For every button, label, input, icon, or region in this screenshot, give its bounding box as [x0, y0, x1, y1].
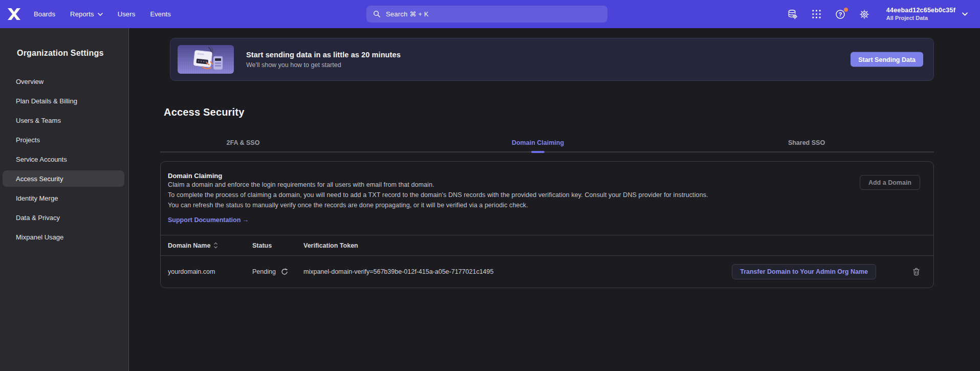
card-description-1: Claim a domain and enforce the login req… [168, 180, 926, 190]
onboarding-banner: Start sending data in as little as 20 mi… [170, 38, 934, 81]
trash-icon [912, 268, 920, 276]
sidebar-item-projects[interactable]: Projects [3, 132, 124, 148]
settings-button[interactable] [859, 9, 870, 19]
account-menu[interactable]: 44eebad12c65eb0c35f All Project Data [886, 7, 968, 21]
sidebar-title: Organization Settings [0, 49, 128, 58]
sidebar-item-data-privacy[interactable]: Data & Privacy [3, 209, 124, 226]
support-documentation-link[interactable]: Support Documentation → [168, 216, 249, 224]
tab-domain-claiming[interactable]: Domain Claiming [512, 139, 564, 146]
nav-item-reports[interactable]: Reports [70, 10, 103, 18]
column-header-status: Status [252, 242, 303, 249]
tab-2fa-sso[interactable]: 2FA & SSO [227, 139, 260, 146]
column-header-verification-token: Verification Token [303, 242, 727, 249]
refresh-status-button[interactable] [281, 268, 288, 275]
sidebar-item-identity-merge[interactable]: Identity Merge [3, 190, 124, 206]
getting-started-illustration [178, 45, 234, 74]
add-a-domain-button[interactable]: Add a Domain [860, 175, 920, 190]
column-header-domain-name[interactable]: Domain Name [168, 242, 252, 249]
search-icon [373, 10, 381, 18]
domain-claiming-card: Domain Claiming Add a Domain Claim a dom… [160, 161, 934, 288]
verification-token-cell: mixpanel-domain-verify=567b39be-012f-415… [303, 268, 727, 275]
search-input[interactable]: Search ⌘ + K [366, 6, 607, 23]
delete-domain-button[interactable] [912, 268, 920, 276]
banner-title: Start sending data in as little as 20 mi… [246, 51, 401, 59]
sidebar-item-mixpanel-usage[interactable]: Mixpanel Usage [3, 229, 124, 245]
sidebar-item-plan-details-billing[interactable]: Plan Details & Billing [3, 93, 124, 109]
sort-icon [213, 242, 218, 249]
app-shell: Organization Settings Overview Plan Deta… [0, 28, 980, 371]
sidebar-item-overview[interactable]: Overview [3, 73, 124, 90]
page-title: Access Security [164, 106, 934, 118]
settings-sidebar: Organization Settings Overview Plan Deta… [0, 28, 129, 371]
sidebar-item-users-teams[interactable]: Users & Teams [3, 112, 124, 128]
apps-grid-icon [812, 9, 821, 19]
table-header-row: Domain Name Status Verification Token [161, 235, 933, 256]
chevron-down-icon [98, 13, 103, 16]
start-sending-data-button[interactable]: Start Sending Data [851, 52, 923, 67]
transfer-domain-button[interactable]: Transfer Domain to Your Admin Org Name [732, 264, 876, 279]
mixpanel-logo[interactable] [7, 8, 21, 21]
org-id: 44eebad12c65eb0c35f [886, 7, 955, 14]
card-description-3: You can refresh the status to manually v… [168, 200, 926, 210]
primary-nav: Boards Reports Users Events [34, 10, 171, 18]
column-header-domain-name-label: Domain Name [168, 242, 210, 249]
card-title: Domain Claiming [168, 172, 926, 180]
domain-name-cell: yourdomain.com [168, 268, 252, 275]
top-nav: Boards Reports Users Events Search ⌘ + K [0, 0, 980, 28]
sidebar-item-service-accounts[interactable]: Service Accounts [3, 151, 124, 167]
nav-right-cluster: ? 44eebad12c65eb0c35f All Project Data [787, 7, 980, 21]
apps-menu-button[interactable] [811, 9, 822, 19]
svg-text:?: ? [839, 11, 842, 17]
status-cell: Pending [252, 268, 303, 275]
data-management-button[interactable] [787, 9, 798, 19]
notification-badge [844, 8, 848, 12]
mixpanel-logo-icon [7, 8, 21, 20]
table-row: yourdomain.com Pending mixpanel-domain-v… [161, 256, 933, 288]
gear-icon [859, 9, 869, 19]
nav-item-boards[interactable]: Boards [34, 10, 55, 18]
sidebar-items: Overview Plan Details & Billing Users & … [0, 73, 128, 245]
database-icon [787, 9, 798, 20]
status-label: Pending [252, 268, 276, 275]
search-placeholder: Search ⌘ + K [386, 10, 429, 18]
nav-item-reports-label: Reports [70, 10, 94, 18]
tab-shared-sso[interactable]: Shared SSO [788, 139, 825, 146]
access-security-tabs: 2FA & SSO Domain Claiming Shared SSO [160, 130, 934, 152]
banner-subtitle: We'll show you how to get started [246, 61, 401, 69]
help-button[interactable]: ? [835, 9, 846, 19]
project-scope: All Project Data [886, 15, 955, 21]
account-info: 44eebad12c65eb0c35f All Project Data [886, 7, 955, 21]
card-description-2: To complete the process of claiming a do… [168, 190, 749, 200]
refresh-icon [281, 268, 288, 275]
chevron-down-icon [962, 12, 968, 16]
domains-table: Domain Name Status Verification Token yo… [161, 235, 933, 288]
nav-item-events[interactable]: Events [150, 10, 171, 18]
active-tab-underline [531, 151, 545, 153]
row-actions: Transfer Domain to Your Admin Org Name [727, 264, 933, 279]
banner-text: Start sending data in as little as 20 mi… [246, 51, 401, 69]
main-content: Start sending data in as little as 20 mi… [129, 28, 980, 371]
sidebar-item-access-security[interactable]: Access Security [3, 170, 124, 187]
nav-item-users[interactable]: Users [118, 10, 136, 18]
